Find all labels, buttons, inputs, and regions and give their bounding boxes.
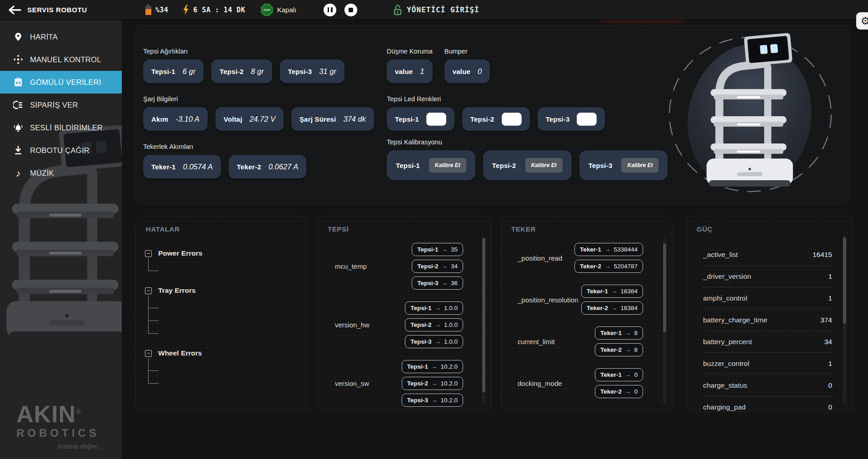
sidebar-item-label: SESLİ BİLDİRİMLER <box>30 123 103 132</box>
calibrate-button[interactable]: Kalibre Et <box>621 158 658 173</box>
led-color-swatch[interactable] <box>502 113 522 126</box>
wheel-current-chip: Teker-2 0.0627 A <box>229 155 306 178</box>
sidebar-item-gomulu-verileri[interactable]: GÖMÜLÜ VERİLERİ <box>0 71 122 94</box>
arrow-right-icon: → <box>611 305 618 311</box>
minus-icon: − <box>147 288 150 293</box>
section-title-fall-protection: Düşme Koruma <box>387 48 433 55</box>
wheel-row-position-resolution: _position_resolution Teker-1→16384 Teker… <box>518 285 643 315</box>
power-row: _active_list16415 <box>703 244 832 266</box>
unlock-icon <box>393 5 403 15</box>
arrow-right-icon: → <box>434 338 441 345</box>
value-chip: Teker-1→16384 <box>581 285 643 298</box>
panel-title: GÜÇ <box>687 216 852 233</box>
value-chip: Teker-2→5204787 <box>574 260 643 273</box>
admin-login-label: YÖNETİCİ GİRİŞİ <box>407 5 479 14</box>
error-group-label: Power Errors <box>158 249 202 257</box>
tray-weight-chips: Tepsi-1 6 gr Tepsi-2 8 gr Tepsi-3 31 gr <box>143 59 374 83</box>
sidebar-item-label: MÜZİK <box>30 169 54 178</box>
topbar: SERVIS ROBOTU %34 6 SA : 14 DK STOP Kapa… <box>0 0 868 20</box>
embedded-data-icon <box>13 77 24 87</box>
lightning-icon <box>183 5 189 15</box>
power-row: buzzer_control1 <box>703 353 832 375</box>
sidebar-item-manuel-kontrol[interactable]: MANUEL KONTROL <box>0 48 122 71</box>
music-note-icon: ♪ <box>13 168 24 178</box>
arrow-right-icon: → <box>434 321 441 328</box>
scrollbar-track[interactable] <box>663 238 666 404</box>
arrow-right-icon: → <box>625 346 631 353</box>
pause-button[interactable] <box>324 4 336 16</box>
overview-mid-column: Düşme Koruma value 1 Bumper value <box>387 25 668 180</box>
calibrate-button[interactable]: Kalibre Et <box>525 158 563 173</box>
power-row: charging_pad0 <box>703 396 832 418</box>
error-group-children <box>148 296 299 334</box>
wheel-row-docking-mode: docking_mode Teker-1→0 Teker-2→0 <box>518 368 643 398</box>
stop-button[interactable] <box>344 4 357 16</box>
panel-title: TEPSİ <box>318 216 491 233</box>
back-button[interactable] <box>7 3 23 17</box>
collapse-toggle[interactable]: − <box>145 250 152 257</box>
settings-button[interactable]: ⚙ <box>856 12 868 30</box>
value-chip: Tepsi-3→36 <box>412 276 463 290</box>
sidebar-item-sesli-bildirimler[interactable]: SESLİ BİLDİRİMLER <box>0 116 122 139</box>
sidebar-item-muzik[interactable]: ♪ MÜZİK <box>0 162 122 184</box>
tray-weight-chip: Tepsi-3 31 gr <box>280 59 344 83</box>
app-title: SERVIS ROBOTU <box>27 6 87 14</box>
error-group-tray: − Tray Errors <box>145 286 299 334</box>
value-chip: Tepsi-2→10.2.0 <box>402 377 463 390</box>
bumper-chip: value 0 <box>444 59 490 83</box>
tray-weight-chip: Tepsi-2 8 gr <box>211 59 272 83</box>
tray-calibration-chip: Tepsi-2 Kalibre Et <box>483 150 572 180</box>
power-row: battery_charge_time374 <box>703 309 832 331</box>
tray-weight-chip: Tepsi-1 6 gr <box>143 59 204 83</box>
sidebar-item-label: SİPARİŞ VER <box>30 101 78 109</box>
order-list-icon <box>13 100 24 110</box>
tray-led-chips: Tepsi-1 Tepsi-2 Tepsi-3 <box>387 107 668 131</box>
app-root: SERVIS ROBOTU %34 6 SA : 14 DK STOP Kapa… <box>0 0 868 459</box>
scrollbar-track[interactable] <box>843 235 846 404</box>
section-title-charge-info: Şarj Bilgileri <box>143 95 374 103</box>
map-pin-icon <box>13 32 24 42</box>
tray-led-chip: Tepsi-2 <box>462 107 530 131</box>
main-content: Tepsi Ağırlıkları Tepsi-1 6 gr Tepsi-2 8… <box>122 20 868 459</box>
section-title-tray-calibration: Tepsi Kalibrasyonu <box>387 138 668 146</box>
admin-login-button[interactable]: YÖNETİCİ GİRİŞİ <box>390 4 482 16</box>
power-row: battery_percent34 <box>703 331 832 353</box>
scrollbar-thumb[interactable] <box>843 237 846 324</box>
arrow-right-icon: → <box>431 397 438 404</box>
error-group-label: Wheel Errors <box>158 349 202 357</box>
stop-sign-icon: STOP <box>261 4 273 16</box>
wheel-current-chip: Teker-1 0.0574 A <box>143 155 221 178</box>
sidebar-item-harita[interactable]: HARİTA <box>0 25 122 48</box>
remaining-time: 6 SA : 14 DK <box>193 6 245 14</box>
value-chip: Teker-2→16384 <box>581 301 643 315</box>
brand-name: AKIN® <box>16 402 103 426</box>
pause-icon <box>328 7 333 12</box>
collapse-toggle[interactable]: − <box>145 350 152 357</box>
collapse-toggle[interactable]: − <box>145 287 152 294</box>
robot-state: Kapalı <box>277 6 297 14</box>
arrow-right-icon: → <box>625 388 631 395</box>
charge-chip: Şarj Süresi 374 dk <box>291 107 374 131</box>
power-rows: _active_list16415 _driver_version1 amphi… <box>687 244 852 418</box>
scrollbar-thumb[interactable] <box>482 238 485 392</box>
call-robot-icon <box>13 145 24 155</box>
scrollbar-thumb[interactable] <box>663 243 666 332</box>
menu-button[interactable] <box>111 5 125 15</box>
led-color-swatch[interactable] <box>426 113 446 126</box>
error-group-label: Tray Errors <box>158 286 196 295</box>
calibrate-button[interactable]: Kalibre Et <box>429 158 466 173</box>
tray-led-chip: Tepsi-3 <box>538 107 605 131</box>
tray-row-mcu-temp: mcu_temp Tepsi-1→35 Tepsi-2→34 Tepsi-3→3… <box>335 243 463 290</box>
sidebar-item-siparis-ver[interactable]: SİPARİŞ VER <box>0 94 122 116</box>
stop-icon <box>349 8 353 12</box>
section-title-tray-leds: Tepsi Led Renkleri <box>387 95 668 103</box>
charge-chip: Akım -3.10 A <box>143 107 208 131</box>
arrow-right-icon: → <box>441 246 448 253</box>
power-row: amphi_control1 <box>703 287 832 309</box>
scrollbar-track[interactable] <box>482 238 485 404</box>
sidebar-item-robotu-cagir[interactable]: ROBOTU ÇAĞIR <box>0 139 122 162</box>
led-color-swatch[interactable] <box>577 113 597 126</box>
tray-calibration-chip: Tepsi-3 Kalibre Et <box>579 150 668 180</box>
panel-power: GÜÇ _active_list16415 _driver_version1 a… <box>686 216 853 412</box>
wheel-row-position-read: _position_read Teker-1→5338444 Teker-2→5… <box>518 243 643 273</box>
